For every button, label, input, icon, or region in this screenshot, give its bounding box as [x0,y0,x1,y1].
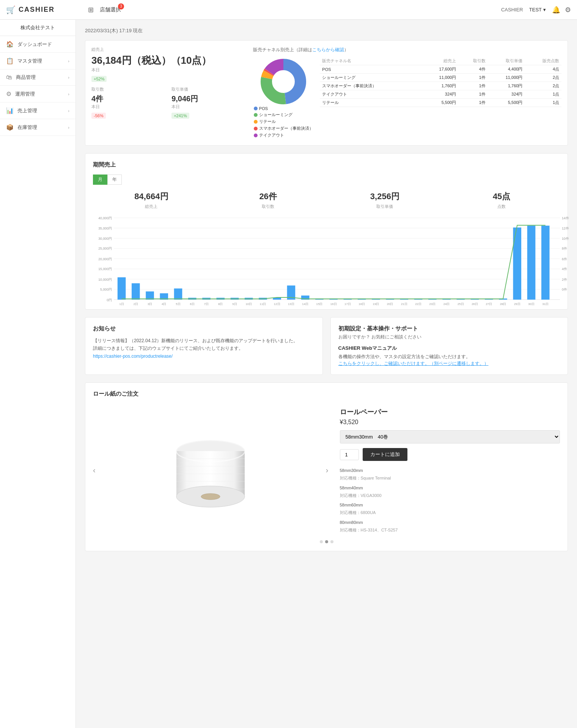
avg-box: 取引単価 9,046円 本日 +241% [171,86,245,119]
notice-title: お知らせ [93,325,315,332]
svg-text:5日: 5日 [176,302,180,306]
svg-text:5,000円: 5,000円 [100,288,112,291]
roll-image-area: ‹ [93,404,329,536]
sidebar-label-operations: 運用管理 [15,91,64,97]
support-title: 初期設定・基本操作・サポート [338,325,560,332]
svg-text:15日: 15日 [316,302,323,306]
metric-value-transactions: 26件 [210,191,327,202]
svg-rect-61 [541,226,550,300]
settings-icon[interactable]: ⚙ [565,6,571,14]
svg-text:25,000円: 25,000円 [98,247,112,250]
svg-text:4件: 4件 [562,267,567,271]
col-avg: 取引単価 [488,57,525,65]
sidebar-label-dashboard: ダッシュボード [17,41,69,48]
channel-detail-link[interactable]: こちらから確認 [312,47,344,52]
svg-text:21日: 21日 [401,302,407,306]
table-row: スマホオーダー（事前決済）1,760円1件1,760円2点 [320,82,561,90]
master-icon: 📋 [6,57,14,64]
support-sub: お困りですか？ お気軽にご相談ください [338,334,560,340]
arrow-icon-master: › [68,59,69,63]
avg-value: 9,046円 [171,94,245,104]
sales-amount: 36,184円（税込）（10点） [91,54,245,67]
roll-qty-row: カートに追加 [340,448,560,461]
table-row: ショールーミング11,000円1件11,000円2点 [320,74,561,82]
sidebar-label-product: 商品管理 [16,74,64,81]
bottom-section: お知らせ 【リリース情報】（2022.04.12）新機能のリリース、および既存機… [85,317,568,375]
period-metric-transactions: 26件 取引数 [210,191,327,209]
sidebar-item-product[interactable]: 🛍 商品管理 › [0,69,75,86]
toggle-month-btn[interactable]: 月 [93,175,107,185]
logo-area: 🛒 CASHIER [6,5,82,14]
transactions-label: 取引数 [91,86,165,92]
table-row: リテール5,500円1件5,500円1点 [320,99,561,107]
period-sales-card: 期間売上 月 年 84,664円 総売上 26件 取引数 3,256円 取引単価 [85,153,568,310]
spec-58-40: 58mm40mm 対応機種：VEGA3000 [340,484,560,500]
col-transactions: 取引数 [458,57,488,65]
dot-2[interactable] [325,540,328,543]
sales-label: 総売上 [91,47,245,52]
roll-prev-button[interactable]: ‹ [93,465,96,474]
svg-text:29日: 29日 [514,302,520,306]
header-user[interactable]: TEST ▾ [529,7,546,13]
svg-text:25日: 25日 [458,302,464,306]
roll-add-button[interactable]: カートに追加 [363,448,407,461]
sidebar-item-dashboard[interactable]: 🏠 ダッシュボード [0,36,75,53]
grid-icon[interactable]: ⊞ [88,6,94,14]
metric-label-items: 点数 [443,204,560,209]
roll-paper-card: ロール紙のご注文 ‹ [85,382,568,551]
sidebar-item-inventory[interactable]: 📦 在庫管理 › [0,119,75,136]
notice-link[interactable]: https://cashier-pos.com/productrelease/ [93,354,173,359]
bell-icon[interactable]: 🔔 [552,6,560,14]
svg-text:11日: 11日 [260,302,266,306]
svg-text:20,000円: 20,000円 [98,257,112,261]
svg-text:6日: 6日 [190,302,195,306]
roll-qty-input[interactable] [340,449,359,460]
svg-text:12日: 12日 [274,302,280,306]
dot-3[interactable] [330,540,333,543]
sidebar-item-master[interactable]: 📋 マスタ管理 › [0,53,75,69]
svg-text:31日: 31日 [542,302,549,306]
svg-text:6件: 6件 [562,257,567,261]
svg-text:30日: 30日 [528,302,535,306]
store-select-button[interactable]: 店舗選択 3 [100,6,121,13]
roll-inner: ‹ [93,404,560,536]
sidebar-item-sales[interactable]: 📊 売上管理 › [0,102,75,119]
roll-size-select[interactable]: 58mm30mm 40巻 58mm40mm 40巻 58mm60mm 40巻 8… [340,430,560,443]
svg-text:2日: 2日 [134,302,138,306]
dot-1[interactable] [320,540,323,543]
chart-wrapper: 40,000円 35,000円 30,000円 25,000円 20,000円 … [93,217,560,302]
header-right: CASHIER TEST ▾ 🔔 ⚙ [501,6,571,14]
period-metric-avg: 3,256円 取引単価 [327,191,443,209]
header-username: TEST [529,7,542,13]
support-link[interactable]: こちらをクリックし、ご確認いただけます。（別ページに遷移します。） [338,360,560,367]
support-manual-title: CASHIER Webマニュアル [338,345,560,352]
pie-table-row: POS ショールーミング リテール スマホオーダー（事前決済） テイクアウト [253,57,561,139]
svg-text:9日: 9日 [232,302,237,306]
metric-label-sales: 総売上 [93,204,210,209]
svg-text:22日: 22日 [415,302,421,306]
operations-icon: ⚙ [6,90,11,97]
metric-value-sales: 84,664円 [93,191,210,202]
period-toggle: 月 年 [93,175,560,185]
arrow-icon-operations: › [68,92,69,96]
notice-card: お知らせ 【リリース情報】（2022.04.12）新機能のリリース、および既存機… [85,317,323,375]
company-name: 株式会社テスト [0,20,75,36]
svg-text:10,000円: 10,000円 [98,278,112,281]
sidebar-item-operations[interactable]: ⚙ 運用管理 › [0,86,75,102]
toggle-year-btn[interactable]: 年 [107,175,122,185]
spec-58-60: 58mm60mm 対応機種：6800UA [340,502,560,517]
header-brand: CASHIER [501,7,523,13]
svg-text:18日: 18日 [358,302,365,306]
pie-legend: POS ショールーミング リテール スマホオーダー（事前決済） テイクアウト [254,106,313,139]
svg-text:0件: 0件 [562,288,567,291]
avg-change-badge: +241% [171,113,189,119]
arrow-icon-product: › [68,75,69,80]
sales-change-badge: +52% [91,76,107,82]
app-body: 株式会社テスト 🏠 ダッシュボード 📋 マスタ管理 › 🛍 商品管理 › ⚙ 運… [0,20,577,728]
metric-value-avg: 3,256円 [327,191,443,202]
svg-text:3日: 3日 [148,302,152,306]
svg-text:14日: 14日 [302,302,308,306]
pie-chart [259,57,308,106]
svg-text:0円: 0円 [107,298,112,302]
roll-next-button[interactable]: › [326,465,329,474]
